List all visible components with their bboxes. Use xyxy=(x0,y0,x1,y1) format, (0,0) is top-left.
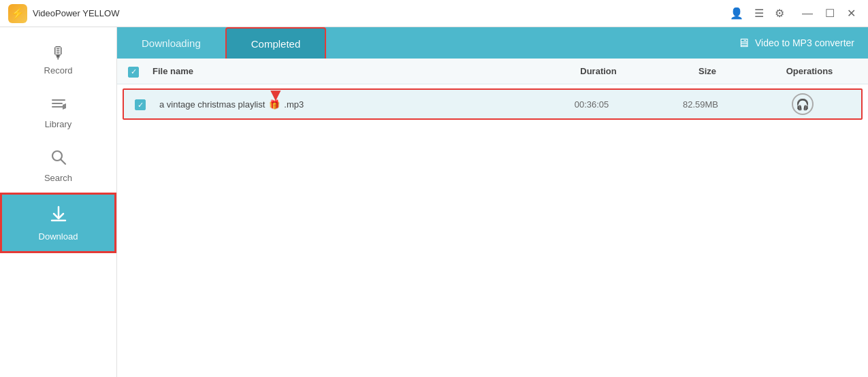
row-filename-text: a vintage christmas playlist xyxy=(159,99,265,110)
microphone-icon: 🎙 xyxy=(50,44,67,63)
sidebar-item-record[interactable]: 🎙 Record xyxy=(0,34,116,85)
svg-line-4 xyxy=(61,160,65,165)
converter-icon: 🖥 xyxy=(737,36,750,50)
sidebar-item-record-label: Record xyxy=(44,65,73,76)
row-filename: a vintage christmas playlist 🎁 .mp3 xyxy=(159,99,537,110)
title-bar-controls: — ☐ ✕ xyxy=(798,5,860,21)
library-icon xyxy=(50,95,67,116)
content-area: Downloading Completed 🖥 Video to MP3 con… xyxy=(117,27,868,377)
title-bar-icons: 👤 ☰ ⚙ xyxy=(730,7,784,20)
sidebar-item-library-label: Library xyxy=(45,119,72,129)
list-icon[interactable]: ☰ xyxy=(754,7,764,20)
table-row: ✓ a vintage christmas playlist 🎁 .mp3 00… xyxy=(123,88,863,120)
search-icon xyxy=(50,148,67,170)
user-icon[interactable]: 👤 xyxy=(730,7,743,20)
converter-button[interactable]: 🖥 Video to MP3 converter xyxy=(737,36,854,50)
row-operations: 🎧 xyxy=(755,93,850,115)
tab-completed-label: Completed xyxy=(251,38,301,50)
app-title: VideoPower YELLOW xyxy=(33,8,119,18)
headphone-button[interactable]: 🎧 xyxy=(792,93,814,115)
header-check[interactable]: ✓ xyxy=(128,65,152,78)
close-button[interactable]: ✕ xyxy=(843,5,860,21)
tab-downloading-label: Downloading xyxy=(142,37,201,49)
row-checkbox[interactable]: ✓ xyxy=(135,99,146,110)
tab-bar: Downloading Completed 🖥 Video to MP3 con… xyxy=(117,27,868,59)
table-body: ▼ ✓ a vintage christmas playlist 🎁 .mp3 … xyxy=(117,84,868,377)
header-size: Size xyxy=(653,66,762,76)
header-duration: Duration xyxy=(544,66,653,76)
sidebar-item-download-label: Download xyxy=(39,231,78,242)
tab-downloading[interactable]: Downloading xyxy=(117,27,225,59)
sidebar-item-search[interactable]: Search xyxy=(0,139,116,193)
header-operations: Operations xyxy=(762,66,857,76)
maximize-button[interactable]: ☐ xyxy=(821,5,839,21)
settings-icon[interactable]: ⚙ xyxy=(775,7,784,20)
title-bar-left: ⚡ VideoPower YELLOW xyxy=(8,4,119,23)
tab-completed[interactable]: Completed xyxy=(225,27,327,59)
header-filename: File name xyxy=(152,66,544,76)
sidebar-item-download[interactable]: Download xyxy=(0,193,116,253)
main-layout: 🎙 Record Library Search xyxy=(0,27,868,377)
tabs: Downloading Completed xyxy=(117,27,326,59)
row-checkbox-container[interactable]: ✓ xyxy=(135,98,159,111)
download-icon xyxy=(48,204,69,229)
arrow-indicator: ▼ xyxy=(267,86,285,103)
sidebar-item-library[interactable]: Library xyxy=(0,85,116,139)
title-bar: ⚡ VideoPower YELLOW 👤 ☰ ⚙ — ☐ ✕ xyxy=(0,0,868,27)
table-header: ✓ File name Duration Size Operations xyxy=(117,59,868,84)
row-duration: 00:36:05 xyxy=(537,99,646,110)
sidebar: 🎙 Record Library Search xyxy=(0,27,117,377)
select-all-checkbox[interactable]: ✓ xyxy=(128,67,139,78)
app-logo: ⚡ xyxy=(8,4,27,23)
row-size: 82.59MB xyxy=(646,99,755,110)
sidebar-item-search-label: Search xyxy=(44,173,72,183)
row-extension: .mp3 xyxy=(284,99,304,110)
converter-label: Video to MP3 converter xyxy=(755,37,854,48)
minimize-button[interactable]: — xyxy=(798,6,817,21)
